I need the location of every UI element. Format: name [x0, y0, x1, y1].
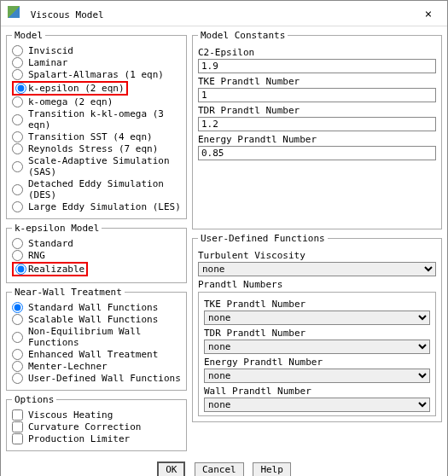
- options-checkbox[interactable]: [12, 433, 23, 444]
- near-wall-option[interactable]: User-Defined Wall Functions: [12, 373, 181, 384]
- near-wall-option[interactable]: Menter-Lechner: [12, 361, 181, 372]
- close-button[interactable]: ×: [416, 7, 440, 20]
- prandtl-box: TKE Prandtl NumbernoneTDR Prandtl Number…: [198, 292, 436, 416]
- model-radio[interactable]: [12, 143, 23, 154]
- ke-model-radio[interactable]: [12, 238, 23, 249]
- model-option[interactable]: k-omega (2 eqn): [12, 96, 181, 107]
- model-option[interactable]: Transition k-kl-omega (3 eqn): [12, 108, 181, 131]
- model-option[interactable]: Transition SST (4 eqn): [12, 131, 181, 142]
- prandtl-label: TKE Prandtl Number: [204, 299, 430, 310]
- near-wall-radio[interactable]: [12, 314, 23, 325]
- model-legend: Model: [12, 30, 45, 41]
- near-wall-option[interactable]: Standard Wall Functions: [12, 302, 181, 313]
- ke-model-option[interactable]: Standard: [12, 238, 181, 249]
- model-option[interactable]: Inviscid: [12, 45, 181, 56]
- model-option[interactable]: Scale-Adaptive Simulation (SAS): [12, 155, 181, 177]
- constants-group: Model Constants C2-EpsilonTKE Prandtl Nu…: [192, 30, 442, 229]
- constant-label: C2-Epsilon: [198, 47, 436, 58]
- app-icon: [8, 6, 20, 18]
- near-wall-option[interactable]: Non-Equilibrium Wall Functions: [12, 326, 181, 348]
- right-column: Model Constants C2-EpsilonTKE Prandtl Nu…: [192, 30, 442, 455]
- options-checkbox[interactable]: [12, 409, 23, 421]
- near-wall-radio[interactable]: [12, 361, 23, 372]
- constant-input[interactable]: [198, 146, 436, 160]
- model-option[interactable]: Laminar: [12, 57, 181, 68]
- titlebar: Viscous Model ×: [1, 1, 447, 26]
- near-wall-radio[interactable]: [12, 349, 23, 360]
- model-radio[interactable]: [12, 96, 23, 107]
- ke-model-radio[interactable]: [12, 250, 23, 261]
- model-radio[interactable]: [12, 45, 23, 56]
- constant-input[interactable]: [198, 59, 436, 73]
- model-label: Inviscid: [28, 45, 73, 56]
- ke-model-label: Standard: [28, 238, 73, 249]
- near-wall-option[interactable]: Enhanced Wall Treatment: [12, 349, 181, 360]
- model-label: Transition SST (4 eqn): [28, 131, 153, 142]
- dialog-window: Viscous Model × Model InviscidLaminarSpa…: [0, 0, 448, 476]
- near-wall-radio[interactable]: [12, 302, 23, 313]
- ok-button[interactable]: OK: [157, 461, 185, 476]
- model-option[interactable]: Detached Eddy Simulation (DES): [12, 178, 181, 200]
- model-option[interactable]: k-epsilon (2 eqn): [12, 81, 181, 96]
- options-label: Production Limiter: [28, 433, 130, 444]
- turb-visc-label: Turbulent Viscosity: [198, 250, 436, 261]
- model-label: Spalart-Allmaras (1 eqn): [28, 69, 164, 80]
- constant-input[interactable]: [198, 117, 436, 131]
- model-radio[interactable]: [12, 131, 23, 142]
- prandtl-select[interactable]: none: [204, 311, 430, 325]
- prandtl-label: TDR Prandtl Number: [204, 328, 430, 339]
- constant-input[interactable]: [198, 88, 436, 102]
- ke-model-option[interactable]: Realizable: [12, 262, 181, 276]
- near-wall-option[interactable]: Scalable Wall Functions: [12, 314, 181, 325]
- cancel-button[interactable]: Cancel: [195, 462, 244, 476]
- model-radio[interactable]: [12, 69, 23, 80]
- ke-model-legend: k-epsilon Model: [12, 223, 102, 234]
- ke-model-option[interactable]: RNG: [12, 250, 181, 261]
- model-radio[interactable]: [12, 201, 23, 212]
- options-option[interactable]: Viscous Heating: [12, 409, 181, 421]
- prandtl-label: Wall Prandtl Number: [204, 386, 430, 397]
- prandtl-select[interactable]: none: [204, 369, 430, 383]
- title-area: Viscous Model: [8, 6, 104, 20]
- options-option[interactable]: Curvature Correction: [12, 421, 181, 432]
- options-group: Options Viscous HeatingCurvature Correct…: [6, 394, 187, 451]
- options-legend: Options: [12, 394, 56, 405]
- window-title: Viscous Model: [31, 9, 104, 20]
- model-radio[interactable]: [15, 83, 26, 94]
- constant-label: TKE Prandtl Number: [198, 76, 436, 87]
- model-option[interactable]: Large Eddy Simulation (LES): [12, 201, 181, 212]
- near-wall-label: Scalable Wall Functions: [28, 314, 158, 325]
- udf-group: User-Defined Functions Turbulent Viscosi…: [192, 233, 442, 422]
- model-radio[interactable]: [12, 57, 23, 68]
- model-group: Model InviscidLaminarSpalart-Allmaras (1…: [6, 30, 187, 219]
- near-wall-radio[interactable]: [12, 332, 23, 343]
- near-wall-legend: Near-Wall Treatment: [12, 287, 125, 298]
- help-button[interactable]: Help: [253, 462, 291, 476]
- options-label: Curvature Correction: [28, 421, 141, 432]
- ke-model-radio[interactable]: [15, 264, 26, 275]
- near-wall-label: Non-Equilibrium Wall Functions: [28, 326, 181, 348]
- model-option[interactable]: Spalart-Allmaras (1 eqn): [12, 69, 181, 80]
- model-label: Scale-Adaptive Simulation (SAS): [28, 155, 181, 177]
- model-option[interactable]: Reynolds Stress (7 eqn): [12, 143, 181, 154]
- model-radio[interactable]: [12, 161, 23, 172]
- turb-visc-select[interactable]: none: [198, 262, 436, 276]
- constant-label: Energy Prandtl Number: [198, 134, 436, 145]
- near-wall-radio[interactable]: [12, 373, 23, 384]
- left-column: Model InviscidLaminarSpalart-Allmaras (1…: [6, 30, 187, 455]
- model-label: Detached Eddy Simulation (DES): [28, 178, 181, 200]
- model-label: k-epsilon (2 eqn): [28, 83, 125, 94]
- near-wall-label: Standard Wall Functions: [28, 302, 158, 313]
- prandtl-label: Energy Prandtl Number: [204, 357, 430, 368]
- ke-model-label: Realizable: [28, 264, 84, 275]
- button-bar: OK Cancel Help: [1, 456, 447, 476]
- model-radio[interactable]: [12, 184, 23, 195]
- model-label: Reynolds Stress (7 eqn): [28, 143, 158, 154]
- ke-model-group: k-epsilon Model StandardRNGRealizable: [6, 223, 187, 283]
- prandtl-select[interactable]: none: [204, 398, 430, 412]
- model-radio[interactable]: [12, 114, 23, 125]
- options-checkbox[interactable]: [12, 421, 23, 432]
- prandtl-select[interactable]: none: [204, 340, 430, 354]
- dialog-body: Model InviscidLaminarSpalart-Allmaras (1…: [1, 26, 447, 456]
- options-option[interactable]: Production Limiter: [12, 433, 181, 444]
